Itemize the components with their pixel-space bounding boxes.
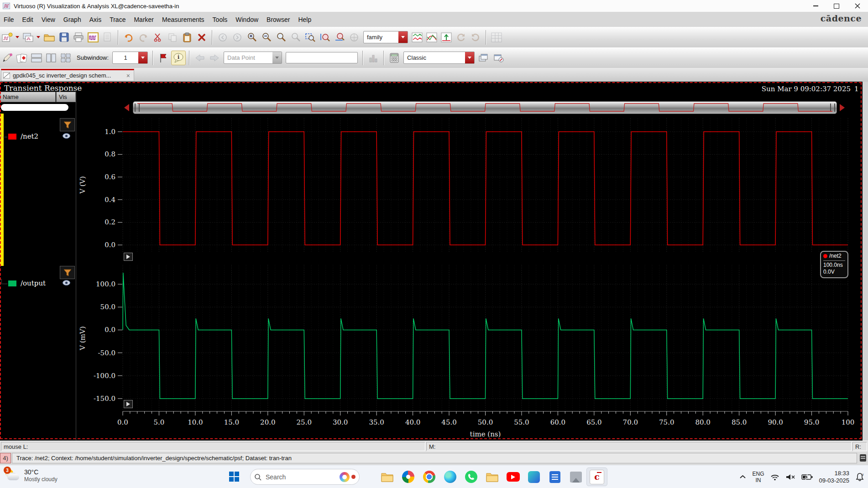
menu-item-help[interactable]: Help	[294, 14, 315, 25]
table-icon[interactable]	[490, 31, 503, 44]
menu-item-measurements[interactable]: Measurements	[158, 14, 208, 25]
open-icon[interactable]	[42, 31, 56, 44]
style-combo[interactable]: Classic	[403, 52, 475, 64]
zoom-previous-icon[interactable]	[216, 31, 230, 44]
zoom-window-icon[interactable]	[289, 31, 303, 44]
save-icon[interactable]	[57, 31, 71, 44]
undo-icon[interactable]	[122, 31, 136, 44]
taskbar-search[interactable]: Search	[250, 469, 360, 485]
taskbar-image-app[interactable]	[565, 467, 586, 486]
new-subwindow-icon[interactable]	[21, 31, 35, 44]
svg-text:80.0: 80.0	[695, 418, 710, 426]
paste-icon[interactable]	[180, 31, 194, 44]
language-indicator[interactable]: ENGIN	[752, 471, 764, 483]
calculator-icon[interactable]	[387, 51, 401, 65]
vertical-scrollbar[interactable]	[863, 82, 868, 441]
taskbar-file-explorer[interactable]	[376, 467, 397, 486]
redo-icon[interactable]	[136, 31, 150, 44]
minimize-button[interactable]	[805, 0, 826, 12]
subwindow-combo[interactable]: 1	[112, 52, 148, 64]
delete-icon[interactable]	[195, 31, 209, 44]
edge-icon	[444, 471, 456, 483]
taskbar-chrome[interactable]	[418, 467, 439, 486]
tab-close-icon[interactable]: ×	[123, 72, 134, 79]
zoom-in-icon[interactable]	[245, 31, 259, 44]
snapshot-icon[interactable]	[86, 31, 100, 44]
menu-item-window[interactable]: Window	[232, 14, 262, 25]
menu-item-tools[interactable]: Tools	[209, 14, 231, 25]
start-button[interactable]	[228, 471, 240, 483]
zoom-in-y-icon[interactable]	[333, 31, 346, 44]
copy-icon[interactable]	[166, 31, 179, 44]
overlay-plots-icon[interactable]	[425, 31, 439, 44]
notification-bell-icon[interactable]: z	[855, 472, 864, 482]
maximize-button[interactable]	[826, 0, 847, 12]
menu-item-trace[interactable]: Trace	[106, 14, 129, 25]
pan-icon[interactable]	[347, 31, 361, 44]
toolbar-text-field[interactable]	[286, 52, 358, 63]
search-icon	[254, 473, 261, 481]
box-zoom-icon[interactable]	[303, 31, 317, 44]
new-subwindow-dropdown-icon[interactable]	[36, 31, 41, 44]
taskbar-youtube[interactable]	[502, 467, 523, 486]
flag-icon[interactable]	[157, 51, 170, 65]
zoom-fit-icon[interactable]	[274, 31, 288, 44]
menu-item-browser[interactable]: Browser	[263, 14, 293, 25]
reload-plot-icon[interactable]	[469, 31, 482, 44]
new-window-icon[interactable]	[0, 31, 14, 44]
svg-text:-50.0: -50.0	[98, 349, 115, 357]
tray-chevron-up-icon[interactable]	[739, 474, 746, 479]
histogram-icon[interactable]	[366, 51, 380, 65]
menu-item-marker[interactable]: Marker	[130, 14, 157, 25]
menu-item-axis[interactable]: Axis	[86, 14, 105, 25]
weather-widget[interactable]: 3 30°C Mostly cloudy	[4, 467, 58, 484]
datapoint-combo-arrow-icon[interactable]	[272, 52, 282, 63]
export-image-icon[interactable]	[101, 31, 115, 44]
style-combo-arrow-icon[interactable]	[465, 52, 474, 63]
close-button[interactable]	[847, 0, 868, 12]
subwindow-combo-arrow-icon[interactable]	[138, 52, 147, 63]
plot-area[interactable]: 1.00.80.60.40.20.0100.050.00.0-50.0-100.…	[0, 82, 863, 441]
strip-chart-icon[interactable]	[410, 31, 424, 44]
play-button-top[interactable]	[124, 253, 133, 261]
zoom-in-x-icon[interactable]	[318, 31, 332, 44]
info-balloon-icon[interactable]: i	[171, 51, 186, 65]
taskbar-media-app[interactable]	[523, 467, 544, 486]
cut-icon[interactable]	[151, 31, 165, 44]
menu-item-file[interactable]: File	[0, 14, 18, 25]
menu-item-view[interactable]: View	[38, 14, 59, 25]
forward-icon[interactable]	[208, 51, 221, 65]
volume-muted-icon[interactable]	[785, 473, 795, 481]
menu-item-graph[interactable]: Graph	[60, 14, 85, 25]
menu-item-edit[interactable]: Edit	[19, 14, 37, 25]
taskbar-whatsapp[interactable]	[460, 467, 481, 486]
zoom-next-icon[interactable]	[230, 31, 244, 44]
family-combo[interactable]: family	[363, 31, 408, 43]
new-window-dropdown-icon[interactable]	[15, 31, 20, 44]
cards-icon[interactable]	[15, 51, 29, 65]
print-icon[interactable]	[72, 31, 85, 44]
datapoint-combo[interactable]: Data Point	[224, 52, 282, 64]
annotation-pen-icon[interactable]	[0, 51, 14, 65]
family-combo-arrow-icon[interactable]	[398, 31, 408, 43]
save-workspace-icon[interactable]	[477, 51, 491, 65]
back-icon[interactable]	[193, 51, 207, 65]
delete-workspace-icon[interactable]	[492, 51, 505, 65]
taskbar-folder[interactable]	[481, 467, 502, 486]
clock-widget[interactable]: 18:3309-03-2025	[819, 470, 850, 484]
taskbar-edge[interactable]	[439, 467, 460, 486]
taskbar-notes-app[interactable]	[544, 467, 565, 486]
taskbar-photos[interactable]	[397, 467, 418, 486]
status-index: 4)	[0, 453, 11, 463]
wifi-icon[interactable]	[770, 473, 779, 481]
taskbar-cadence-active[interactable]: c	[586, 467, 607, 486]
grid-layout-icon[interactable]	[59, 51, 73, 65]
split-rows-icon[interactable]	[30, 51, 43, 65]
refresh-results-icon[interactable]	[454, 31, 468, 44]
play-button-bottom[interactable]	[124, 400, 133, 408]
split-columns-icon[interactable]	[44, 51, 58, 65]
zoom-out-icon[interactable]	[260, 31, 273, 44]
composite-plot-icon[interactable]	[439, 31, 453, 44]
tab-inverter-design[interactable]: gpdk045_sc inverter_design schem... ×	[1, 69, 134, 81]
battery-charging-icon[interactable]	[801, 474, 813, 480]
